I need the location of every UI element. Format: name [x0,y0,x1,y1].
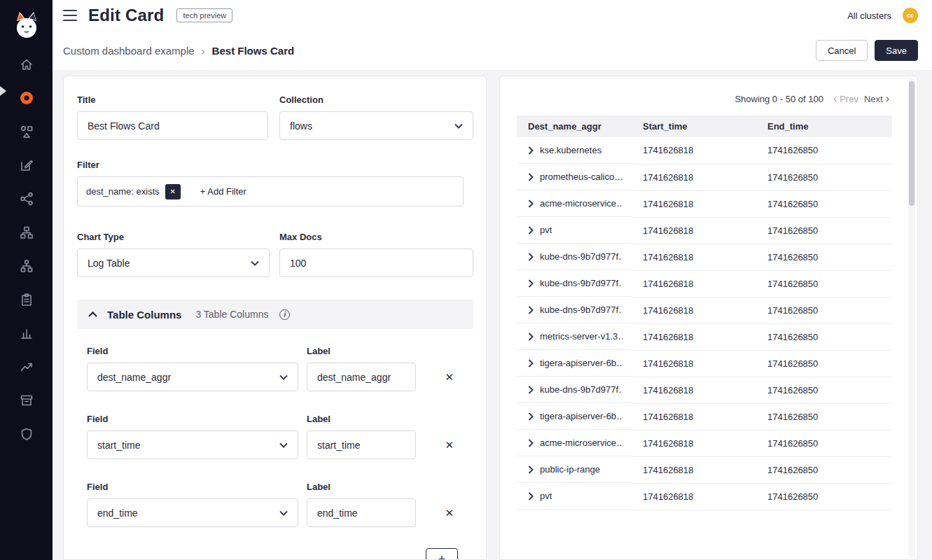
column-field-select[interactable]: start_time [87,430,298,459]
expand-row-chevron-icon[interactable] [528,359,534,368]
table-row[interactable]: metrics-server-v1.3… 1741626818 17416268… [517,323,892,350]
trending-up-icon[interactable] [18,360,35,374]
clipboard-icon[interactable] [18,293,35,307]
column-header-end-time: End_time [756,115,892,137]
dest-name-cell: prometheus-calico… [540,172,623,182]
column-label-input[interactable] [307,363,416,391]
expand-row-chevron-icon[interactable] [528,439,534,447]
expand-row-chevron-icon[interactable] [528,173,534,181]
avatar[interactable]: cc [903,8,918,23]
table-row[interactable]: kube-dns-9b7d977f… 1741626818 1741626850 [517,270,892,297]
table-header-row: Dest_name_aggr Start_time End_time [517,115,892,137]
table-row[interactable]: kse.kubernetes 1741626818 1741626850 [517,137,892,164]
start-time-cell: 1741626818 [632,217,756,244]
menu-icon[interactable] [63,10,77,21]
archive-icon[interactable] [18,393,35,407]
network-icon[interactable] [18,192,35,206]
expand-row-chevron-icon[interactable] [528,332,534,341]
table-row[interactable]: tigera-apiserver-6b… 1741626818 17416268… [517,403,892,430]
dest-name-cell: kube-dns-9b7d977f… [540,304,623,315]
save-button[interactable]: Save [875,40,918,61]
expand-row-chevron-icon[interactable] [528,279,534,288]
expand-row-chevron-icon[interactable] [528,306,534,314]
expand-row-chevron-icon[interactable] [528,492,534,500]
column-field-select[interactable]: dest_name_aggr [87,363,298,391]
remove-column-button[interactable]: ✕ [445,507,454,518]
card-edit-form: Title Collection flows Filter dest_name:… [63,76,487,560]
dest-name-cell: pvt [540,491,552,501]
table-row[interactable]: kube-dns-9b7d977f… 1741626818 1741626850 [517,244,892,270]
start-time-cell: 1741626818 [632,244,756,270]
prev-page-button[interactable]: ‹ Prev [833,93,858,104]
service-graph-icon[interactable] [18,91,35,105]
chart-type-label: Chart Type [77,232,270,242]
table-columns-list: Field dest_name_aggr Label ✕ [77,346,473,527]
end-time-cell: 1741626850 [756,164,892,190]
breadcrumb-current: Best Flows Card [212,45,295,57]
calico-cat-logo[interactable] [11,10,42,42]
expand-row-chevron-icon[interactable] [528,412,534,421]
column-field-select[interactable]: end_time [87,498,298,527]
table-row[interactable]: public-ip-range 1741626818 1741626850 [517,456,892,483]
page-title: Edit Card [88,6,164,25]
next-page-button[interactable]: Next › [864,93,889,104]
chart-type-select[interactable]: Log Table [77,248,270,277]
table-row[interactable]: acme-microservice… 1741626818 1741626850 [517,190,892,217]
table-row[interactable]: kube-dns-9b7d977f… 1741626818 1741626850 [517,297,892,323]
all-clusters-selector[interactable]: All clusters [847,10,891,21]
column-label-input[interactable] [307,430,416,459]
edit-icon[interactable] [18,158,35,172]
active-nav-indicator [0,86,6,96]
showing-text: Showing 0 - 50 of 100 [735,94,823,104]
field-label: Field [87,346,298,356]
add-column-button[interactable]: + [426,548,458,560]
cancel-button[interactable]: Cancel [816,40,868,61]
expand-row-chevron-icon[interactable] [528,226,534,234]
title-label: Title [77,94,268,105]
close-icon: ✕ [445,371,454,383]
hierarchy-icon[interactable] [18,259,35,273]
remove-column-button[interactable]: ✕ [445,440,454,450]
max-docs-input[interactable] [279,248,473,277]
shield-icon[interactable] [18,427,35,441]
dest-name-cell: kube-dns-9b7d977f… [540,384,623,395]
table-row[interactable]: pvt 1741626818 1741626850 [517,217,892,244]
title-input[interactable] [77,111,268,140]
table-columns-section-toggle[interactable]: Table Columns 3 Table Columns i [77,300,473,329]
table-row[interactable]: acme-microservice… 1741626818 1741626850 [517,430,892,456]
dest-name-cell: metrics-server-v1.3… [540,331,623,342]
home-icon[interactable] [18,57,35,71]
add-filter-button[interactable]: + Add Filter [200,186,246,197]
table-row[interactable]: tigera-apiserver-6b… 1741626818 17416268… [517,350,892,377]
table-row[interactable]: kube-dns-9b7d977f… 1741626818 1741626850 [517,377,892,403]
info-icon[interactable]: i [279,309,290,320]
expand-row-chevron-icon[interactable] [528,386,534,394]
shapes-icon[interactable] [18,125,35,139]
start-time-cell: 1741626818 [632,456,756,483]
collection-select[interactable]: flows [279,111,473,140]
expand-row-chevron-icon[interactable] [528,146,534,155]
end-time-cell: 1741626850 [756,483,892,510]
remove-filter-button[interactable]: ✕ [165,184,181,200]
dest-name-cell: kube-dns-9b7d977f… [540,278,623,288]
sitemap-icon[interactable] [18,225,35,239]
expand-row-chevron-icon[interactable] [528,465,534,474]
expand-row-chevron-icon[interactable] [528,253,534,261]
card-preview: Showing 0 - 50 of 100 ‹ Prev Next › Dest… [499,76,918,560]
breadcrumb-parent[interactable]: Custom dashboard example [63,45,195,57]
column-label-input[interactable] [307,498,416,527]
chevron-up-icon [88,312,97,317]
collection-label: Collection [279,94,473,105]
pagination: Showing 0 - 50 of 100 ‹ Prev Next › [517,93,892,104]
table-row[interactable]: pvt 1741626818 1741626850 [517,483,892,510]
dest-name-cell: tigera-apiserver-6b… [540,411,623,421]
table-row[interactable]: prometheus-calico… 1741626818 1741626850 [517,164,892,190]
scrollbar-thumb[interactable] [909,81,914,206]
dest-name-cell: pvt [540,225,552,235]
expand-row-chevron-icon[interactable] [528,200,534,208]
preview-scrollbar[interactable] [908,78,915,557]
bar-chart-icon[interactable] [18,326,35,340]
filter-chip: dest_name: exists [86,186,160,197]
remove-column-button[interactable]: ✕ [445,372,454,382]
end-time-cell: 1741626850 [756,244,892,270]
